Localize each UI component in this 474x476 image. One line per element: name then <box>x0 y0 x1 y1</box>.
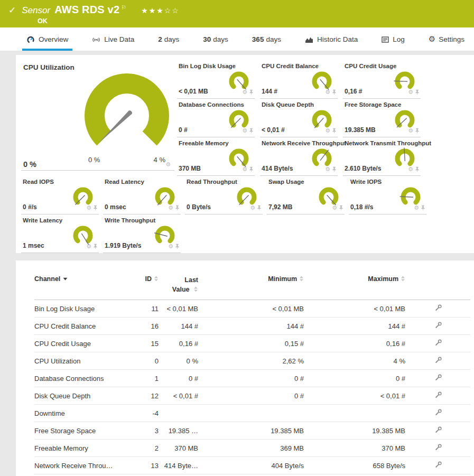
gauge-tile-cpu-credit-balance[interactable]: CPU Credit Balance144 #⚙ <box>260 60 338 99</box>
edit-channel-wrench-icon[interactable] <box>435 409 442 417</box>
pin-icon[interactable] <box>175 241 180 251</box>
tab-2-days[interactable]: 2days <box>154 27 183 51</box>
gauge-tile-read-latency[interactable]: Read Latency0 msec⚙ <box>103 176 181 214</box>
maximum-cell: < 0,01 MB <box>304 305 405 313</box>
gauge-tile-read-throughput[interactable]: Read Throughput0 Byte/s⚙ <box>185 176 263 214</box>
last-value-cell: < 0,01 MB <box>159 305 198 313</box>
tab-30-days[interactable]: 30days <box>199 27 233 51</box>
gauge-tile-cpu-credit-usage[interactable]: CPU Credit Usage0,16 #⚙ <box>343 60 421 99</box>
pin-icon[interactable] <box>249 87 254 97</box>
pin-icon[interactable] <box>175 203 180 212</box>
pin-icon[interactable] <box>421 203 425 212</box>
edit-channel-wrench-icon[interactable] <box>435 304 442 313</box>
column-header-minimum[interactable]: Minimum <box>198 275 304 283</box>
tab-log[interactable]: Log <box>377 27 409 51</box>
gauge-tile-cpu-utilization[interactable]: CPU Utilization 0 % 4 % 0 % ⚙ <box>21 60 174 171</box>
gauge-tile-disk-queue-depth[interactable]: Disk Queue Depth< 0,01 #⚙ <box>260 99 338 137</box>
gear-icon[interactable]: ⚙ <box>86 244 91 249</box>
row-actions <box>405 409 448 417</box>
gear-icon[interactable]: ⚙ <box>408 166 413 172</box>
maximum-cell: 4 % <box>304 357 405 365</box>
gauge-tile-read-iops[interactable]: Read IOPS0 #/s⚙ <box>21 176 99 214</box>
pin-icon[interactable] <box>415 164 420 174</box>
gauge-title: CPU Credit Usage <box>345 63 396 69</box>
gear-icon[interactable]: ⚙ <box>168 244 173 249</box>
tab-settings[interactable]: ⚙Settings <box>424 27 469 51</box>
pin-icon[interactable] <box>332 126 337 135</box>
edit-channel-wrench-icon[interactable] <box>435 391 442 400</box>
edit-channel-wrench-icon[interactable] <box>435 339 442 348</box>
channel-cell: Database Connections <box>34 375 140 382</box>
gauge-tile-database-connections[interactable]: Database Connections0 #⚙ <box>177 99 255 137</box>
edit-channel-wrench-icon[interactable] <box>435 461 442 470</box>
star-rating[interactable]: ★★★☆☆ <box>141 6 180 15</box>
gear-icon[interactable]: ⚙ <box>325 128 330 134</box>
tab-365-days[interactable]: 365days <box>248 27 285 51</box>
pin-icon[interactable] <box>249 164 254 174</box>
edit-channel-wrench-icon[interactable] <box>435 322 442 330</box>
table-body: Bin Log Disk Usage11< 0,01 MB< 0,01 MB< … <box>34 300 474 474</box>
gauge-tile-write-iops[interactable]: Write IOPS0,18 #/s⚙ <box>349 176 426 214</box>
gauge-tile-freeable-memory[interactable]: Freeable Memory370 MB⚙ <box>177 137 255 176</box>
pin-icon[interactable] <box>332 164 337 174</box>
tile-actions: ⚙ <box>168 203 180 212</box>
edit-channel-wrench-icon[interactable] <box>435 374 442 382</box>
gauge-tile-swap-usage[interactable]: Swap Usage7,92 MB⚙ <box>267 176 345 214</box>
edit-channel-wrench-icon[interactable] <box>435 357 442 365</box>
gauge-tile-write-latency[interactable]: Write Latency1 msec⚙ <box>21 214 99 253</box>
edit-channel-wrench-icon[interactable] <box>435 426 442 435</box>
gear-icon[interactable]: ⚙ <box>325 166 330 172</box>
gear-icon[interactable]: ⚙ <box>242 166 247 172</box>
pin-icon[interactable] <box>257 203 262 212</box>
gauge-tile-write-throughput[interactable]: Write Throughput1.919 Byte/s⚙ <box>103 214 181 253</box>
row-actions <box>405 374 448 382</box>
gear-icon[interactable]: ⚙ <box>242 128 247 134</box>
row-actions <box>405 322 448 330</box>
gear-icon[interactable]: ⚙ <box>408 128 413 134</box>
gauge-value: 0 msec <box>105 203 126 211</box>
column-header-last-value[interactable]: Last Value <box>159 275 198 294</box>
gauge-title: Read IOPS <box>23 179 54 185</box>
minimum-cell: 2,62 % <box>198 357 304 365</box>
pin-icon[interactable] <box>339 203 343 212</box>
tab-overview[interactable]: Overview <box>22 27 72 51</box>
pin-icon[interactable] <box>332 87 337 97</box>
gear-icon[interactable]: ⚙ <box>250 205 255 211</box>
tile-actions: ⚙ <box>250 203 262 212</box>
tab-historic-data[interactable]: Historic Data <box>301 27 362 51</box>
gauge-tile-network-transmit-throughput[interactable]: Network Transmit Throughput2.610 Byte/s⚙ <box>343 137 421 176</box>
column-header-id[interactable]: ID <box>140 275 159 283</box>
table-row: Downtime-4 <box>34 405 470 422</box>
gear-icon[interactable]: ⚙ <box>332 205 337 211</box>
column-label: Maximum <box>368 275 398 283</box>
table-row: Network Receive Throu…13414 Byte…404 Byt… <box>34 457 470 474</box>
maximum-cell: < 0,01 # <box>304 392 405 400</box>
pin-icon[interactable] <box>93 241 98 251</box>
pin-icon[interactable] <box>249 126 254 135</box>
table-row: CPU Credit Balance16144 #144 #144 # <box>34 318 470 335</box>
gear-icon[interactable]: ⚙ <box>168 205 173 211</box>
gear-icon[interactable]: ⚙ <box>86 205 91 211</box>
column-header-channel[interactable]: Channel <box>34 275 140 283</box>
gear-icon[interactable]: ⚙ <box>414 205 419 211</box>
gauge-tile-free-storage-space[interactable]: Free Storage Space19.385 MB⚙ <box>343 99 421 137</box>
gear-icon[interactable]: ⚙ <box>408 89 413 95</box>
pin-icon[interactable] <box>415 126 420 135</box>
tab-label: Historic Data <box>317 35 358 43</box>
gear-icon[interactable]: ⚙ <box>165 162 171 167</box>
column-header-maximum[interactable]: Maximum <box>304 275 405 283</box>
gauge-tile-bin-log-disk-usage[interactable]: Bin Log Disk Usage< 0,01 MB⚙ <box>177 60 255 99</box>
tab-live-data[interactable]: Live Data <box>88 27 138 51</box>
last-value-cell: 0 # <box>159 375 198 382</box>
gear-icon[interactable]: ⚙ <box>242 89 247 95</box>
flag-icon[interactable]: ⚐ <box>121 4 126 11</box>
edit-channel-wrench-icon[interactable] <box>435 444 442 452</box>
table-row: Bin Log Disk Usage11< 0,01 MB< 0,01 MB< … <box>34 300 470 318</box>
gear-icon[interactable]: ⚙ <box>325 89 330 95</box>
minimum-cell: < 0,01 MB <box>198 305 304 313</box>
pin-icon[interactable] <box>93 203 98 212</box>
gauge-tile-network-receive-throughput[interactable]: Network Receive Throughput414 Byte/s⚙ <box>260 137 338 176</box>
gauge-grid-top: Bin Log Disk Usage< 0,01 MB⚙CPU Credit B… <box>177 60 426 176</box>
last-value-cell: 414 Byte… <box>159 462 198 470</box>
pin-icon[interactable] <box>415 87 420 97</box>
